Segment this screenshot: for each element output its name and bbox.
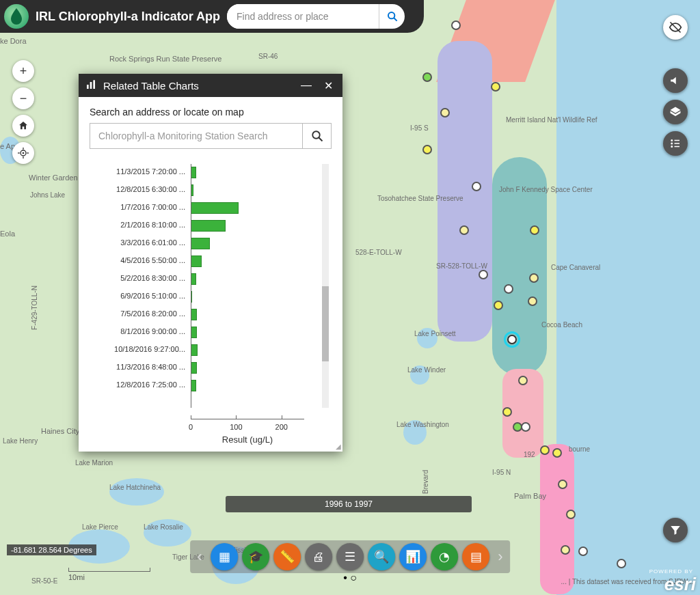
panel-titlebar: Related Table Charts — ✕ (79, 74, 342, 97)
station-marker-selected[interactable] (507, 335, 517, 344)
panel-resize-handle[interactable]: ◢ (336, 443, 341, 450)
chart-bar-row: 10/18/2016 9:27:00... (191, 342, 304, 359)
query-button[interactable]: 🔍 (368, 543, 395, 570)
panel-minimize-button[interactable]: — (298, 79, 314, 92)
chart-tick (191, 415, 191, 419)
station-marker[interactable] (540, 445, 550, 455)
time-extent-label: 1996 to 1997 (325, 499, 373, 509)
header-search-button[interactable] (379, 4, 405, 29)
header-search-input[interactable] (227, 4, 379, 29)
chart-bar[interactable] (191, 273, 196, 285)
station-marker[interactable] (472, 182, 481, 191)
station-marker[interactable] (494, 301, 503, 310)
home-button[interactable] (12, 115, 34, 137)
chart-tick (236, 415, 237, 419)
chart-bar-row: 3/3/2016 6:01:00 ... (191, 235, 304, 253)
map-label: Winter Garden (29, 174, 78, 182)
chart-bar-row: 11/3/2016 8:48:00 ... (191, 359, 304, 377)
chart-x-label: Result (ug/L) (191, 434, 304, 445)
print-button[interactable]: 🖨 (305, 543, 332, 570)
layers-button[interactable] (663, 100, 688, 124)
chart-bar[interactable] (191, 380, 196, 391)
svg-point-3 (23, 152, 23, 153)
chart-bar-label: 2/1/2016 8:10:00 ... (90, 221, 185, 229)
charts-button[interactable]: 📊 (399, 543, 427, 570)
station-marker[interactable] (530, 225, 539, 235)
filter-button[interactable] (663, 518, 688, 542)
chart-icon (85, 79, 96, 92)
chart-bar-row: 2/1/2016 8:10:00 ... (191, 217, 304, 235)
chart-bar[interactable] (191, 220, 226, 232)
coordinate-readout: -81.681 28.564 Degrees (7, 544, 96, 555)
chart-tick-label: 100 (230, 423, 242, 431)
time-button[interactable]: ◔ (431, 543, 458, 570)
station-marker[interactable] (422, 145, 432, 154)
chart-bar-row: 6/9/2016 5:10:00 ... (191, 288, 304, 306)
station-marker[interactable] (521, 422, 530, 432)
chart-bar-label: 4/5/2016 5:50:00 ... (90, 256, 185, 264)
station-marker[interactable] (617, 559, 626, 568)
table-button[interactable]: ☰ (336, 543, 364, 570)
station-marker[interactable] (561, 545, 570, 555)
grid-button[interactable]: ▤ (462, 543, 489, 570)
station-marker[interactable] (518, 376, 528, 385)
map-label: Rock Springs Run State Preserve (109, 55, 221, 63)
station-marker[interactable] (440, 108, 450, 117)
chart-bar[interactable] (191, 327, 197, 338)
zoom-out-button[interactable]: − (12, 87, 34, 109)
announcements-button[interactable] (663, 68, 688, 93)
station-marker[interactable] (479, 270, 488, 279)
station-marker[interactable] (422, 72, 432, 82)
charts-panel: Related Table Charts — ✕ Search an addre… (79, 74, 342, 452)
map-label: 192 (524, 451, 535, 458)
chart-bar[interactable] (191, 362, 197, 374)
chart-bar[interactable] (191, 309, 197, 320)
panel-search-button[interactable] (302, 124, 331, 148)
station-marker[interactable] (504, 284, 513, 294)
chart-tick (282, 415, 282, 419)
education-button[interactable]: 🎓 (242, 543, 269, 570)
chart-bar-row: 8/1/2016 9:00:00 ... (191, 324, 304, 342)
basemap-button[interactable]: ▦ (211, 543, 238, 570)
visibility-toggle-button[interactable] (663, 15, 688, 40)
chart-bar[interactable] (191, 202, 239, 214)
map-label: Lake Washington (396, 421, 449, 428)
chart-bar[interactable] (191, 255, 202, 267)
locate-button[interactable] (12, 142, 34, 164)
dock-prev-button[interactable]: ‹ (193, 543, 206, 570)
chart-bar-label: 11/3/2015 7:20:00 ... (90, 167, 185, 176)
time-extent-badge: 1996 to 1997 (226, 496, 472, 512)
station-marker[interactable] (558, 480, 567, 489)
measure-button[interactable]: 📏 (273, 543, 301, 570)
station-marker[interactable] (529, 273, 539, 283)
legend-button[interactable] (663, 131, 688, 156)
zoom-in-button[interactable]: + (12, 60, 34, 82)
chart-area: 11/3/2015 7:20:00 ...12/8/2015 6:30:00 .… (90, 161, 332, 446)
chart-y-axis (191, 164, 191, 408)
panel-search-input[interactable] (90, 124, 302, 148)
chart-scrollbar[interactable] (322, 164, 329, 408)
chart-bar-label: 10/18/2016 9:27:00... (90, 345, 185, 353)
chart-bar[interactable] (191, 344, 198, 356)
station-marker[interactable] (491, 82, 500, 92)
station-marker[interactable] (552, 448, 562, 458)
chart-bar-label: 12/8/2015 6:30:00 ... (90, 185, 185, 193)
station-marker[interactable] (451, 20, 461, 30)
map-label: Tosohatchee State Preserve (377, 195, 463, 202)
map-label: Haines City (41, 427, 79, 435)
map-label: bourne (569, 445, 590, 453)
panel-close-button[interactable]: ✕ (321, 79, 336, 92)
dock-next-button[interactable]: › (494, 543, 507, 570)
chart-bar-row: 12/8/2015 6:30:00 ... (191, 182, 304, 199)
station-marker[interactable] (578, 546, 588, 556)
dock-pagination: • ○ (343, 572, 357, 584)
chart-bar[interactable] (191, 238, 210, 249)
station-marker[interactable] (528, 296, 537, 306)
chart-bar[interactable] (191, 167, 196, 178)
station-marker[interactable] (502, 407, 512, 417)
svg-point-11 (671, 143, 673, 144)
station-marker[interactable] (566, 510, 576, 519)
svg-line-1 (394, 18, 397, 21)
station-marker[interactable] (459, 225, 469, 235)
svg-point-0 (388, 12, 394, 18)
